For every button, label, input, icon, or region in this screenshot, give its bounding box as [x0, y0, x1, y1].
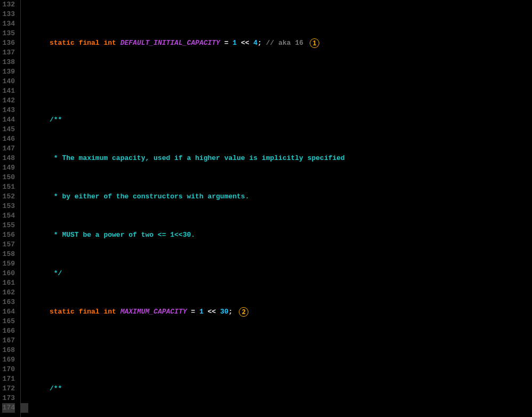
line-number: 161 — [2, 278, 15, 288]
code-line[interactable]: /** — [30, 384, 532, 394]
line-number: 137 — [2, 48, 15, 58]
line-number: 152 — [2, 192, 15, 202]
code-line[interactable]: * by either of the constructors with arg… — [30, 192, 532, 202]
fold-gutter-cell — [21, 144, 28, 154]
line-number: 163 — [2, 298, 15, 307]
fold-gutter-cell — [21, 211, 28, 221]
line-number: 136 — [2, 38, 15, 48]
fold-gutter-cell[interactable] — [21, 230, 28, 240]
javadoc-text: * The maximum capacity, used if a higher… — [50, 154, 345, 163]
fold-gutter-cell — [21, 298, 28, 307]
fold-gutter-cell — [21, 336, 28, 346]
fold-gutter-cell — [21, 125, 28, 134]
fold-gutter-cell — [21, 288, 28, 298]
fold-gutter-cell — [21, 192, 28, 202]
fold-gutter-cell — [21, 346, 28, 355]
fold-gutter-cell — [21, 240, 28, 250]
line-number: 139 — [2, 67, 15, 77]
code-line[interactable]: * The maximum capacity, used if a higher… — [30, 154, 532, 163]
fold-gutter-cell — [21, 317, 28, 326]
line-number: 132 — [2, 0, 15, 10]
keyword-static: static — [50, 39, 75, 47]
const-default-initial-capacity: DEFAULT_INITIAL_CAPACITY — [120, 39, 220, 47]
line-number: 149 — [2, 163, 15, 173]
fold-gutter-cell — [21, 115, 28, 125]
fold-gutter-cell — [21, 365, 28, 374]
line-number: 169 — [2, 355, 15, 365]
line-number: 172 — [2, 384, 15, 394]
javadoc-text: * MUST be a power of two <= 1<<30. — [50, 230, 195, 240]
line-number: 146 — [2, 134, 15, 144]
code-line[interactable] — [30, 77, 532, 86]
line-number: 156 — [2, 230, 15, 240]
code-line[interactable]: /** — [30, 115, 532, 125]
line-number: 145 — [2, 125, 15, 134]
fold-gutter-cell — [21, 163, 28, 173]
fold-gutter-cell[interactable] — [21, 134, 28, 144]
fold-gutter-cell — [21, 173, 28, 182]
fold-gutter-cell — [21, 403, 28, 413]
line-number: 148 — [2, 154, 15, 163]
fold-gutter-cell — [21, 269, 28, 278]
annotation-marker-2: 2 — [239, 307, 248, 317]
line-number: 158 — [2, 250, 15, 259]
fold-gutter-cell — [21, 384, 28, 394]
code-line[interactable]: * MUST be a power of two <= 1<<30. — [30, 230, 532, 240]
fold-gutter-cell — [21, 307, 28, 317]
fold-gutter-cell[interactable] — [21, 182, 28, 192]
line-number: 135 — [2, 29, 15, 38]
line-number: 153 — [2, 202, 15, 211]
fold-gutter-cell — [21, 38, 28, 48]
line-number-gutter: 1321331341351361371381391401411421431441… — [0, 0, 20, 417]
line-number: 167 — [2, 336, 15, 346]
javadoc-close: */ — [50, 269, 62, 278]
code-line[interactable]: static final int MAXIMUM_CAPACITY = 1 <<… — [30, 307, 532, 317]
fold-gutter-cell — [21, 58, 28, 67]
line-number: 168 — [2, 346, 15, 355]
fold-gutter-cell[interactable] — [21, 355, 28, 365]
line-number: 162 — [2, 288, 15, 298]
code-line[interactable] — [30, 346, 532, 355]
fold-gutter-cell — [21, 96, 28, 106]
code-line[interactable]: */ — [30, 269, 532, 278]
type-int: int — [103, 39, 116, 47]
fold-gutter-cell — [21, 29, 28, 38]
line-number: 134 — [2, 19, 15, 29]
javadoc-text: * by either of the constructors with arg… — [50, 192, 249, 202]
keyword-final: final — [79, 39, 100, 47]
fold-gutter-cell — [21, 10, 28, 19]
line-comment: // aka 16 — [262, 39, 303, 47]
fold-gutter-cell — [21, 67, 28, 77]
code-line[interactable]: static final int DEFAULT_INITIAL_CAPACIT… — [30, 38, 532, 48]
const-maximum-capacity: MAXIMUM_CAPACITY — [120, 308, 187, 316]
line-number: 160 — [2, 269, 15, 278]
fold-gutter-cell — [21, 221, 28, 230]
fold-column — [21, 0, 28, 417]
fold-gutter-cell — [21, 48, 28, 58]
fold-gutter-cell[interactable] — [21, 278, 28, 288]
line-number: 144 — [2, 115, 15, 125]
fold-gutter-cell[interactable] — [21, 86, 28, 96]
line-number: 154 — [2, 211, 15, 221]
line-number: 173 — [2, 394, 15, 403]
line-number: 155 — [2, 221, 15, 230]
fold-gutter-cell — [21, 259, 28, 269]
line-number: 141 — [2, 86, 15, 96]
line-number: 171 — [2, 374, 15, 384]
fold-gutter-cell — [21, 202, 28, 211]
fold-gutter-cell — [21, 326, 28, 336]
fold-gutter-cell — [21, 374, 28, 384]
fold-gutter-cell[interactable] — [21, 19, 28, 29]
line-number: 140 — [2, 77, 15, 86]
fold-gutter-cell — [21, 394, 28, 403]
fold-gutter-cell — [21, 250, 28, 259]
fold-gutter-cell — [21, 77, 28, 86]
javadoc-open: /** — [50, 115, 62, 125]
code-area[interactable]: static final int DEFAULT_INITIAL_CAPACIT… — [28, 0, 532, 417]
fold-gutter-cell — [21, 154, 28, 163]
line-number: 150 — [2, 173, 15, 182]
fold-gutter-cell — [21, 106, 28, 115]
line-number: 142 — [2, 96, 15, 106]
line-number: 174 — [2, 403, 15, 413]
line-number: 166 — [2, 326, 15, 336]
